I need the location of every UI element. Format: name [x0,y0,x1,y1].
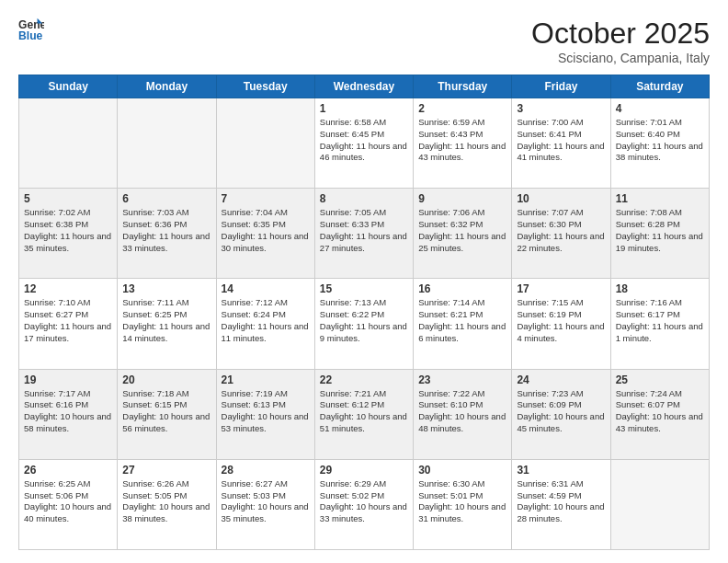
day-number: 30 [418,464,506,477]
day-info: Sunrise: 6:59 AM Sunset: 6:43 PM Dayligh… [418,117,506,164]
day-number: 28 [222,464,310,477]
calendar-cell: 4Sunrise: 7:01 AM Sunset: 6:40 PM Daylig… [610,98,709,189]
calendar-cell: 15Sunrise: 7:13 AM Sunset: 6:22 PM Dayli… [314,279,413,369]
day-info: Sunrise: 7:15 AM Sunset: 6:19 PM Dayligh… [517,297,605,344]
calendar-week-3: 12Sunrise: 7:10 AM Sunset: 6:27 PM Dayli… [19,279,710,369]
day-number: 1 [320,102,408,115]
day-info: Sunrise: 6:31 AM Sunset: 4:59 PM Dayligh… [517,478,605,525]
calendar-week-1: 1Sunrise: 6:58 AM Sunset: 6:45 PM Daylig… [19,98,710,189]
calendar-cell: 7Sunrise: 7:04 AM Sunset: 6:35 PM Daylig… [216,189,314,279]
day-info: Sunrise: 7:11 AM Sunset: 6:25 PM Dayligh… [122,297,210,344]
weekday-header-monday: Monday [118,75,216,98]
day-info: Sunrise: 7:23 AM Sunset: 6:09 PM Dayligh… [517,388,605,435]
day-number: 22 [320,373,408,386]
calendar-cell: 30Sunrise: 6:30 AM Sunset: 5:01 PM Dayli… [414,459,512,549]
day-number: 24 [517,373,605,386]
calendar-table: SundayMondayTuesdayWednesdayThursdayFrid… [18,75,710,550]
calendar-cell: 6Sunrise: 7:03 AM Sunset: 6:36 PM Daylig… [118,189,216,279]
location: Scisciano, Campania, Italy [531,51,710,65]
day-number: 11 [616,192,704,205]
day-number: 2 [418,102,506,115]
calendar-cell [118,98,216,189]
page: General Blue October 2025 Scisciano, Cam… [0,0,728,563]
day-info: Sunrise: 6:29 AM Sunset: 5:02 PM Dayligh… [320,478,408,525]
day-info: Sunrise: 7:10 AM Sunset: 6:27 PM Dayligh… [24,297,112,344]
day-info: Sunrise: 6:25 AM Sunset: 5:06 PM Dayligh… [24,478,112,525]
day-number: 16 [418,282,506,295]
calendar-cell: 17Sunrise: 7:15 AM Sunset: 6:19 PM Dayli… [512,279,610,369]
day-number: 8 [320,192,408,205]
calendar-cell: 16Sunrise: 7:14 AM Sunset: 6:21 PM Dayli… [414,279,512,369]
calendar-cell: 21Sunrise: 7:19 AM Sunset: 6:13 PM Dayli… [216,369,314,459]
day-info: Sunrise: 7:13 AM Sunset: 6:22 PM Dayligh… [320,297,408,344]
day-number: 14 [222,282,310,295]
calendar-cell: 3Sunrise: 7:00 AM Sunset: 6:41 PM Daylig… [512,98,610,189]
title-block: October 2025 Scisciano, Campania, Italy [531,17,710,65]
calendar-cell: 2Sunrise: 6:59 AM Sunset: 6:43 PM Daylig… [414,98,512,189]
day-number: 21 [222,373,310,386]
calendar-cell: 26Sunrise: 6:25 AM Sunset: 5:06 PM Dayli… [19,459,118,549]
day-info: Sunrise: 6:27 AM Sunset: 5:03 PM Dayligh… [222,478,310,525]
calendar-cell: 20Sunrise: 7:18 AM Sunset: 6:15 PM Dayli… [118,369,216,459]
day-number: 18 [616,282,704,295]
day-number: 15 [320,282,408,295]
svg-text:Blue: Blue [18,29,43,42]
day-info: Sunrise: 7:05 AM Sunset: 6:33 PM Dayligh… [320,207,408,254]
logo: General Blue [18,17,44,42]
calendar-cell: 18Sunrise: 7:16 AM Sunset: 6:17 PM Dayli… [610,279,709,369]
day-info: Sunrise: 7:08 AM Sunset: 6:28 PM Dayligh… [616,207,704,254]
calendar-cell: 25Sunrise: 7:24 AM Sunset: 6:07 PM Dayli… [610,369,709,459]
calendar-cell: 24Sunrise: 7:23 AM Sunset: 6:09 PM Dayli… [512,369,610,459]
calendar-cell: 11Sunrise: 7:08 AM Sunset: 6:28 PM Dayli… [610,189,709,279]
day-number: 17 [517,282,605,295]
calendar-week-5: 26Sunrise: 6:25 AM Sunset: 5:06 PM Dayli… [19,459,710,549]
calendar-cell: 13Sunrise: 7:11 AM Sunset: 6:25 PM Dayli… [118,279,216,369]
day-number: 3 [517,102,605,115]
day-info: Sunrise: 7:01 AM Sunset: 6:40 PM Dayligh… [616,117,704,164]
day-number: 12 [24,282,112,295]
weekday-header-row: SundayMondayTuesdayWednesdayThursdayFrid… [19,75,710,98]
day-number: 5 [24,192,112,205]
day-number: 19 [24,373,112,386]
day-number: 7 [222,192,310,205]
day-info: Sunrise: 7:17 AM Sunset: 6:16 PM Dayligh… [24,388,112,435]
day-info: Sunrise: 6:30 AM Sunset: 5:01 PM Dayligh… [418,478,506,525]
weekday-header-sunday: Sunday [19,75,118,98]
day-number: 6 [122,192,210,205]
calendar-week-2: 5Sunrise: 7:02 AM Sunset: 6:38 PM Daylig… [19,189,710,279]
day-info: Sunrise: 7:04 AM Sunset: 6:35 PM Dayligh… [222,207,310,254]
day-info: Sunrise: 7:18 AM Sunset: 6:15 PM Dayligh… [122,388,210,435]
day-info: Sunrise: 7:22 AM Sunset: 6:10 PM Dayligh… [418,388,506,435]
day-info: Sunrise: 7:06 AM Sunset: 6:32 PM Dayligh… [418,207,506,254]
calendar-cell [216,98,314,189]
calendar-cell: 22Sunrise: 7:21 AM Sunset: 6:12 PM Dayli… [314,369,413,459]
day-number: 29 [320,464,408,477]
month-title: October 2025 [531,17,710,51]
day-info: Sunrise: 7:16 AM Sunset: 6:17 PM Dayligh… [616,297,704,344]
weekday-header-saturday: Saturday [610,75,709,98]
day-number: 25 [616,373,704,386]
day-info: Sunrise: 7:00 AM Sunset: 6:41 PM Dayligh… [517,117,605,164]
day-info: Sunrise: 7:24 AM Sunset: 6:07 PM Dayligh… [616,388,704,435]
calendar-cell: 14Sunrise: 7:12 AM Sunset: 6:24 PM Dayli… [216,279,314,369]
day-info: Sunrise: 6:58 AM Sunset: 6:45 PM Dayligh… [320,117,408,164]
calendar-cell: 19Sunrise: 7:17 AM Sunset: 6:16 PM Dayli… [19,369,118,459]
calendar-cell: 10Sunrise: 7:07 AM Sunset: 6:30 PM Dayli… [512,189,610,279]
day-number: 9 [418,192,506,205]
day-info: Sunrise: 7:19 AM Sunset: 6:13 PM Dayligh… [222,388,310,435]
calendar-cell: 8Sunrise: 7:05 AM Sunset: 6:33 PM Daylig… [314,189,413,279]
day-number: 26 [24,464,112,477]
calendar-cell: 1Sunrise: 6:58 AM Sunset: 6:45 PM Daylig… [314,98,413,189]
weekday-header-wednesday: Wednesday [314,75,413,98]
day-number: 10 [517,192,605,205]
calendar-cell: 28Sunrise: 6:27 AM Sunset: 5:03 PM Dayli… [216,459,314,549]
day-info: Sunrise: 7:02 AM Sunset: 6:38 PM Dayligh… [24,207,112,254]
day-number: 4 [616,102,704,115]
calendar-cell: 29Sunrise: 6:29 AM Sunset: 5:02 PM Dayli… [314,459,413,549]
calendar-cell: 31Sunrise: 6:31 AM Sunset: 4:59 PM Dayli… [512,459,610,549]
header: General Blue October 2025 Scisciano, Cam… [18,17,710,65]
calendar-cell [610,459,709,549]
day-info: Sunrise: 7:12 AM Sunset: 6:24 PM Dayligh… [222,297,310,344]
day-info: Sunrise: 7:03 AM Sunset: 6:36 PM Dayligh… [122,207,210,254]
calendar-cell: 12Sunrise: 7:10 AM Sunset: 6:27 PM Dayli… [19,279,118,369]
